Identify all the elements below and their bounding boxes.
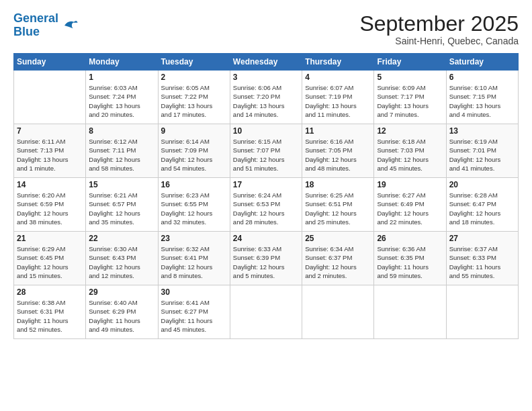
day-number: 8 — [89, 126, 154, 136]
day-cell: 28Sunrise: 6:38 AMSunset: 6:31 PMDayligh… — [14, 285, 86, 339]
day-cell: 1Sunrise: 6:03 AMSunset: 7:24 PMDaylight… — [86, 71, 158, 124]
day-cell: 6Sunrise: 6:10 AMSunset: 7:15 PMDaylight… — [446, 71, 518, 124]
day-cell — [446, 285, 518, 339]
col-thursday: Thursday — [302, 54, 374, 71]
day-info: Sunrise: 6:06 AMSunset: 7:20 PMDaylight:… — [233, 83, 299, 119]
day-cell: 13Sunrise: 6:19 AMSunset: 7:01 PMDayligh… — [446, 124, 518, 178]
day-info: Sunrise: 6:25 AMSunset: 6:51 PMDaylight:… — [305, 191, 371, 226]
day-cell: 9Sunrise: 6:14 AMSunset: 7:09 PMDaylight… — [158, 124, 230, 178]
day-info: Sunrise: 6:10 AMSunset: 7:15 PMDaylight:… — [449, 83, 515, 119]
day-cell: 15Sunrise: 6:21 AMSunset: 6:57 PMDayligh… — [86, 178, 158, 232]
week-row-3: 14Sunrise: 6:20 AMSunset: 6:59 PMDayligh… — [14, 178, 519, 232]
day-cell — [230, 285, 302, 339]
day-number: 10 — [233, 126, 299, 136]
day-cell: 22Sunrise: 6:30 AMSunset: 6:43 PMDayligh… — [86, 232, 158, 285]
day-number: 12 — [377, 126, 443, 136]
logo-text: General Blue — [13, 12, 58, 39]
day-cell — [374, 285, 446, 339]
day-info: Sunrise: 6:36 AMSunset: 6:35 PMDaylight:… — [377, 244, 443, 280]
day-number: 2 — [161, 73, 227, 82]
day-cell: 25Sunrise: 6:34 AMSunset: 6:37 PMDayligh… — [302, 232, 374, 285]
day-cell: 26Sunrise: 6:36 AMSunset: 6:35 PMDayligh… — [374, 232, 446, 285]
day-number: 14 — [17, 180, 83, 189]
day-info: Sunrise: 6:28 AMSunset: 6:47 PMDaylight:… — [449, 191, 515, 226]
day-number: 27 — [449, 234, 515, 243]
day-info: Sunrise: 6:21 AMSunset: 6:57 PMDaylight:… — [89, 191, 154, 226]
day-cell: 8Sunrise: 6:12 AMSunset: 7:11 PMDaylight… — [86, 124, 158, 178]
day-info: Sunrise: 6:38 AMSunset: 6:31 PMDaylight:… — [17, 298, 83, 334]
day-number: 19 — [377, 180, 443, 189]
day-number: 21 — [17, 234, 83, 243]
day-number: 7 — [17, 126, 83, 136]
day-cell — [302, 285, 374, 339]
day-cell: 3Sunrise: 6:06 AMSunset: 7:20 PMDaylight… — [230, 71, 302, 124]
header-row: Sunday Monday Tuesday Wednesday Thursday… — [14, 54, 519, 71]
day-cell: 19Sunrise: 6:27 AMSunset: 6:49 PMDayligh… — [374, 178, 446, 232]
day-info: Sunrise: 6:20 AMSunset: 6:59 PMDaylight:… — [17, 191, 83, 226]
day-number: 16 — [161, 180, 227, 189]
day-cell: 11Sunrise: 6:16 AMSunset: 7:05 PMDayligh… — [302, 124, 374, 178]
day-info: Sunrise: 6:32 AMSunset: 6:41 PMDaylight:… — [161, 244, 227, 280]
day-info: Sunrise: 6:16 AMSunset: 7:05 PMDaylight:… — [305, 137, 371, 173]
day-cell: 21Sunrise: 6:29 AMSunset: 6:45 PMDayligh… — [14, 232, 86, 285]
day-cell: 18Sunrise: 6:25 AMSunset: 6:51 PMDayligh… — [302, 178, 374, 232]
day-number: 6 — [449, 73, 515, 82]
day-number: 29 — [89, 287, 154, 297]
day-info: Sunrise: 6:05 AMSunset: 7:22 PMDaylight:… — [161, 83, 227, 119]
day-cell: 24Sunrise: 6:33 AMSunset: 6:39 PMDayligh… — [230, 232, 302, 285]
day-info: Sunrise: 6:12 AMSunset: 7:11 PMDaylight:… — [89, 137, 154, 173]
col-tuesday: Tuesday — [158, 54, 230, 71]
day-cell: 17Sunrise: 6:24 AMSunset: 6:53 PMDayligh… — [230, 178, 302, 232]
week-row-1: 1Sunrise: 6:03 AMSunset: 7:24 PMDaylight… — [14, 71, 519, 124]
week-row-5: 28Sunrise: 6:38 AMSunset: 6:31 PMDayligh… — [14, 285, 519, 339]
day-cell: 29Sunrise: 6:40 AMSunset: 6:29 PMDayligh… — [86, 285, 158, 339]
col-sunday: Sunday — [14, 54, 86, 71]
day-cell: 14Sunrise: 6:20 AMSunset: 6:59 PMDayligh… — [14, 178, 86, 232]
month-title: September 2025 — [359, 12, 519, 36]
day-number: 30 — [161, 287, 227, 297]
day-number: 17 — [233, 180, 299, 189]
col-monday: Monday — [86, 54, 158, 71]
day-number: 25 — [305, 234, 371, 243]
logo: General Blue — [13, 12, 79, 39]
col-saturday: Saturday — [446, 54, 518, 71]
logo-line1: General — [13, 11, 58, 25]
day-cell: 2Sunrise: 6:05 AMSunset: 7:22 PMDaylight… — [158, 71, 230, 124]
calendar-page: General Blue September 2025 Saint-Henri,… — [0, 0, 532, 411]
day-cell: 10Sunrise: 6:15 AMSunset: 7:07 PMDayligh… — [230, 124, 302, 178]
day-number: 24 — [233, 234, 299, 243]
day-info: Sunrise: 6:37 AMSunset: 6:33 PMDaylight:… — [449, 244, 515, 280]
day-info: Sunrise: 6:07 AMSunset: 7:19 PMDaylight:… — [305, 83, 371, 119]
location-title: Saint-Henri, Quebec, Canada — [359, 36, 519, 46]
logo-bird-icon — [60, 16, 79, 35]
day-cell: 12Sunrise: 6:18 AMSunset: 7:03 PMDayligh… — [374, 124, 446, 178]
day-cell: 20Sunrise: 6:28 AMSunset: 6:47 PMDayligh… — [446, 178, 518, 232]
day-cell: 27Sunrise: 6:37 AMSunset: 6:33 PMDayligh… — [446, 232, 518, 285]
day-number: 15 — [89, 180, 154, 189]
day-number: 22 — [89, 234, 154, 243]
header: General Blue September 2025 Saint-Henri,… — [13, 12, 519, 46]
day-cell: 30Sunrise: 6:41 AMSunset: 6:27 PMDayligh… — [158, 285, 230, 339]
day-info: Sunrise: 6:29 AMSunset: 6:45 PMDaylight:… — [17, 244, 83, 280]
day-info: Sunrise: 6:23 AMSunset: 6:55 PMDaylight:… — [161, 191, 227, 226]
day-info: Sunrise: 6:19 AMSunset: 7:01 PMDaylight:… — [449, 137, 515, 173]
title-area: September 2025 Saint-Henri, Quebec, Cana… — [359, 12, 519, 46]
col-wednesday: Wednesday — [230, 54, 302, 71]
week-row-2: 7Sunrise: 6:11 AMSunset: 7:13 PMDaylight… — [14, 124, 519, 178]
day-number: 4 — [305, 73, 371, 82]
day-info: Sunrise: 6:24 AMSunset: 6:53 PMDaylight:… — [233, 191, 299, 226]
day-info: Sunrise: 6:30 AMSunset: 6:43 PMDaylight:… — [89, 244, 154, 280]
day-info: Sunrise: 6:34 AMSunset: 6:37 PMDaylight:… — [305, 244, 371, 280]
day-cell: 4Sunrise: 6:07 AMSunset: 7:19 PMDaylight… — [302, 71, 374, 124]
day-info: Sunrise: 6:41 AMSunset: 6:27 PMDaylight:… — [161, 298, 227, 334]
day-info: Sunrise: 6:09 AMSunset: 7:17 PMDaylight:… — [377, 83, 443, 119]
day-info: Sunrise: 6:40 AMSunset: 6:29 PMDaylight:… — [89, 298, 154, 334]
day-info: Sunrise: 6:18 AMSunset: 7:03 PMDaylight:… — [377, 137, 443, 173]
day-info: Sunrise: 6:27 AMSunset: 6:49 PMDaylight:… — [377, 191, 443, 226]
day-number: 20 — [449, 180, 515, 189]
day-cell: 23Sunrise: 6:32 AMSunset: 6:41 PMDayligh… — [158, 232, 230, 285]
day-cell: 7Sunrise: 6:11 AMSunset: 7:13 PMDaylight… — [14, 124, 86, 178]
day-number: 28 — [17, 287, 83, 297]
day-info: Sunrise: 6:03 AMSunset: 7:24 PMDaylight:… — [89, 83, 154, 119]
day-cell: 5Sunrise: 6:09 AMSunset: 7:17 PMDaylight… — [374, 71, 446, 124]
